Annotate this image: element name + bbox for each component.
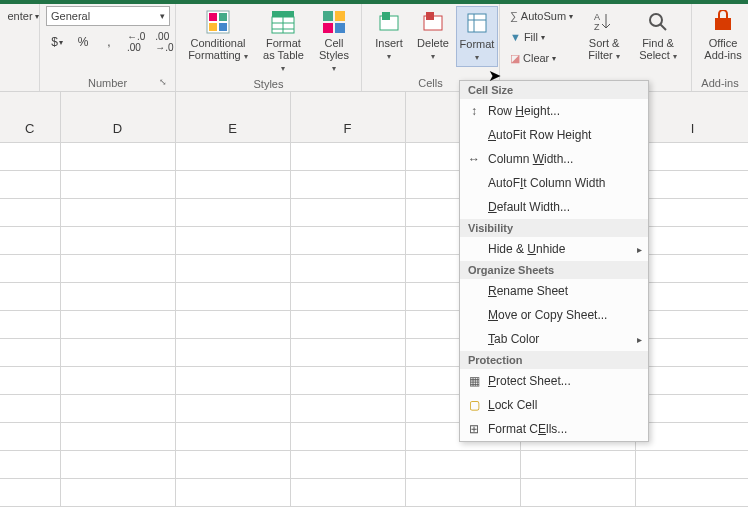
chevron-down-icon: ▾ <box>59 38 63 47</box>
format-cells-button[interactable]: Format▾ <box>456 6 498 67</box>
group-label-alignment <box>6 88 33 91</box>
office-addins-label: Office Add-ins <box>703 37 743 61</box>
number-dialog-launcher[interactable]: ⤡ <box>157 77 169 89</box>
menu-item-column-width[interactable]: ↔Column Width... <box>460 147 648 171</box>
menu-item-format-cells[interactable]: ⊞Format CElls... <box>460 417 648 441</box>
autosum-label: AutoSum <box>521 10 566 22</box>
protect-sheet-icon: ▦ <box>464 374 484 388</box>
fill-label: Fill <box>524 31 538 43</box>
column-header[interactable]: C <box>0 92 60 142</box>
fill-button[interactable]: ▼Fill ▾ <box>506 27 577 47</box>
svg-rect-1 <box>209 13 217 21</box>
menu-item-label: Row Height... <box>488 104 560 118</box>
sigma-icon: ∑ <box>510 10 518 22</box>
group-label-number: Number⤡ <box>46 76 169 91</box>
svg-rect-18 <box>468 14 486 32</box>
svg-rect-13 <box>335 23 345 33</box>
menu-item-label: Protect Sheet... <box>488 374 571 388</box>
comma-format-button[interactable]: , <box>98 32 120 52</box>
lock-cell-icon: ▢ <box>464 398 484 412</box>
percent-format-button[interactable]: % <box>72 32 94 52</box>
menu-item-label: AutoFit Row Height <box>488 128 591 142</box>
delete-icon <box>419 8 447 36</box>
office-addins-button[interactable]: Office Add-ins <box>698 6 748 63</box>
conditional-formatting-icon <box>204 8 232 36</box>
menu-item-label: Hide & Unhide <box>488 242 565 256</box>
menu-item-label: Rename Sheet <box>488 284 568 298</box>
svg-rect-3 <box>209 23 217 31</box>
menu-item-lock-cell[interactable]: ▢Lock Cell <box>460 393 648 417</box>
menu-item-rename-sheet[interactable]: Rename Sheet <box>460 279 648 303</box>
menu-item-label: Lock Cell <box>488 398 537 412</box>
conditional-formatting-button[interactable]: Conditional Formatting ▾ <box>182 6 254 65</box>
store-icon <box>709 8 737 36</box>
eraser-icon: ◪ <box>510 52 520 65</box>
group-label-addins: Add-ins <box>698 76 742 91</box>
find-icon <box>644 8 672 36</box>
format-as-table-button[interactable]: Format as Table ▾ <box>256 6 311 77</box>
format-label: Format <box>460 38 495 50</box>
increase-decimal-button[interactable]: ←.0.00 <box>124 32 148 52</box>
menu-item-label: Tab Color <box>488 332 539 346</box>
delete-cells-button[interactable]: Delete▾ <box>412 6 454 65</box>
clear-button[interactable]: ◪Clear ▾ <box>506 48 577 68</box>
menu-section-protection: Protection <box>460 351 648 369</box>
format-icon <box>463 9 491 37</box>
column-header[interactable]: E <box>175 92 290 142</box>
menu-item-protect-sheet[interactable]: ▦Protect Sheet... <box>460 369 648 393</box>
column-header[interactable]: I <box>635 92 748 142</box>
autosum-button[interactable]: ∑AutoSum ▾ <box>506 6 577 26</box>
chevron-down-icon: ▾ <box>552 54 556 63</box>
find-select-label: Find & Select <box>639 37 674 61</box>
menu-item-hide-unhide[interactable]: Hide & Unhide▸ <box>460 237 648 261</box>
svg-rect-12 <box>323 23 333 33</box>
menu-section-visibility: Visibility <box>460 219 648 237</box>
format-dropdown-menu: Cell Size ↕Row Height... AutoFit Row Hei… <box>459 80 649 442</box>
menu-item-default-width[interactable]: Default Width... <box>460 195 648 219</box>
chevron-down-icon: ▾ <box>569 12 573 21</box>
chevron-down-icon: ▾ <box>387 52 391 61</box>
menu-item-label: AutoFIt Column Width <box>488 176 605 190</box>
conditional-formatting-label: Conditional Formatting <box>188 37 245 61</box>
svg-rect-11 <box>335 11 345 21</box>
submenu-arrow-icon: ▸ <box>637 244 642 255</box>
svg-text:Z: Z <box>594 22 600 32</box>
menu-item-label: Default Width... <box>488 200 570 214</box>
menu-item-row-height[interactable]: ↕Row Height... <box>460 99 648 123</box>
svg-rect-4 <box>219 23 227 31</box>
menu-item-autofit-column[interactable]: AutoFIt Column Width <box>460 171 648 195</box>
sort-filter-button[interactable]: AZ Sort & Filter ▾ <box>579 6 629 65</box>
cell-styles-button[interactable]: Cell Styles ▾ <box>313 6 355 77</box>
number-format-select[interactable]: General ▾ <box>46 6 170 26</box>
menu-item-tab-color[interactable]: Tab Color▸ <box>460 327 648 351</box>
svg-rect-17 <box>426 12 434 20</box>
row-height-icon: ↕ <box>464 104 484 118</box>
cell-styles-label: Cell Styles <box>319 37 349 61</box>
menu-item-autofit-row[interactable]: AutoFit Row Height <box>460 123 648 147</box>
format-cells-icon: ⊞ <box>464 422 484 436</box>
insert-cells-button[interactable]: Insert▾ <box>368 6 410 65</box>
chevron-down-icon: ▾ <box>244 52 248 61</box>
svg-line-24 <box>660 24 666 30</box>
chevron-down-icon: ▾ <box>673 52 677 61</box>
ribbon: enter ▾ General ▾ $▾ % , ←.0.00 .00→.0 N… <box>0 4 748 92</box>
column-header[interactable]: D <box>60 92 175 142</box>
delete-label: Delete <box>417 37 449 49</box>
menu-section-cell-size: Cell Size <box>460 81 648 99</box>
chevron-down-icon: ▾ <box>332 64 336 73</box>
svg-text:A: A <box>594 12 600 22</box>
svg-rect-10 <box>323 11 333 21</box>
decrease-decimal-button[interactable]: .00→.0 <box>152 32 176 52</box>
menu-item-move-copy-sheet[interactable]: Move or Copy Sheet... <box>460 303 648 327</box>
column-header[interactable]: F <box>290 92 405 142</box>
chevron-down-icon: ▾ <box>35 12 39 21</box>
merge-enter-button[interactable]: enter ▾ <box>6 6 40 26</box>
insert-label: Insert <box>375 37 403 49</box>
group-label-styles: Styles <box>182 77 355 92</box>
svg-rect-15 <box>382 12 390 20</box>
find-select-button[interactable]: Find & Select ▾ <box>631 6 685 65</box>
menu-item-label: Column Width... <box>488 152 573 166</box>
currency-format-button[interactable]: $▾ <box>46 32 68 52</box>
chevron-down-icon: ▾ <box>281 64 285 73</box>
number-format-value: General <box>51 10 90 22</box>
